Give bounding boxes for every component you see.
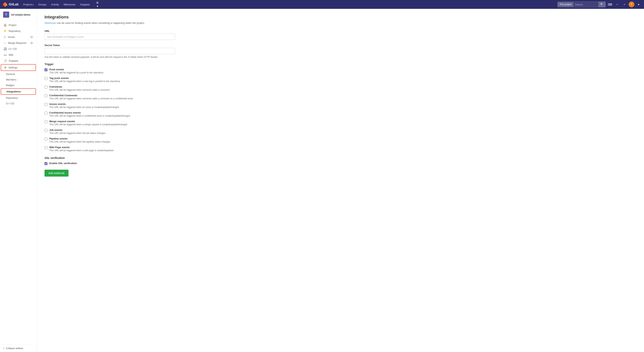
sidebar-sub-members-label: Members — [6, 78, 16, 81]
merge-request-events-checkbox[interactable] — [44, 120, 48, 123]
webhooks-link[interactable]: Webhooks — [44, 22, 56, 24]
sidebar-item-snippets[interactable]: 📝 Snippets — [0, 58, 37, 64]
issues-events-desc: This URL will be triggered when an issue… — [49, 106, 119, 109]
tag-push-events-content: Tag push events This URL will be trigger… — [49, 77, 120, 83]
sidebar-project-header[interactable]: T tsf-simple-demo — [0, 9, 37, 21]
merge-request-events-label: Merge request events — [49, 120, 127, 123]
sidebar-item-wiki[interactable]: 📖 Wiki — [0, 52, 37, 58]
secret-token-input[interactable] — [44, 48, 175, 54]
sidebar-item-issues-label: Issues — [8, 36, 15, 38]
sidebar-item-project[interactable]: 🏠 Project — [0, 22, 37, 28]
merge-requests-nav-icon: ↔ — [4, 42, 6, 44]
sidebar-sub-item-members[interactable]: Members — [0, 77, 37, 82]
sidebar-item-snippets-label: Snippets — [9, 59, 18, 62]
job-events-checkbox[interactable] — [44, 129, 48, 132]
nav-milestones[interactable]: Milestones — [62, 2, 77, 7]
pipeline-events-content: Pipeline events This URL will be trigger… — [49, 137, 110, 143]
confidential-issues-events-checkbox[interactable] — [44, 112, 48, 114]
job-events-desc: This URL will be triggered when the job … — [49, 132, 105, 134]
nav-snippets[interactable]: Snippets — [78, 2, 91, 7]
collapse-icon: « — [3, 347, 4, 350]
wiki-icon: 📖 — [4, 53, 7, 56]
sidebar-sub-repository-label: Repository — [6, 96, 18, 99]
push-events-label: Push events — [49, 68, 104, 71]
issues-button[interactable]: ✓ — [621, 1, 628, 8]
brand-logo[interactable]: GitLab — [2, 2, 18, 7]
issues-events-label: Issues events — [49, 103, 119, 105]
main-content: Integrations Webhooks can be used for bi… — [37, 9, 644, 352]
search-submit-button[interactable]: 🔍 — [598, 2, 606, 7]
merge-requests-badge: 0 — [30, 42, 34, 44]
confidential-comments-checkbox[interactable] — [44, 94, 48, 97]
new-item-button[interactable]: ⊕ ▾ — [94, 1, 100, 8]
page-desc-suffix: can be used for binding events when some… — [56, 22, 145, 24]
wiki-page-events-checkbox[interactable] — [44, 146, 48, 149]
trigger-tag-push-events: Tag push events This URL will be trigger… — [44, 77, 198, 83]
sidebar: T tsf-simple-demo 🏠 Project 📁 Repository… — [0, 9, 37, 352]
sidebar-sub-general-label: General — [6, 73, 15, 76]
trigger-title: Trigger — [44, 63, 198, 66]
merge-requests-button[interactable]: ↔ — [614, 1, 620, 8]
issues-events-checkbox[interactable] — [44, 103, 48, 106]
keyboard-shortcut-button[interactable]: ⌨ — [607, 1, 613, 8]
nav-plus-icon[interactable]: ⊕ ▾ — [94, 1, 100, 8]
sidebar-item-cicd[interactable]: 🔄 CI / CD — [0, 46, 37, 52]
confidential-comments-desc: This URL will be triggered when someone … — [49, 97, 133, 100]
pipeline-events-checkbox[interactable] — [44, 138, 48, 140]
tag-push-events-label: Tag push events — [49, 77, 120, 80]
sidebar-item-wiki-label: Wiki — [9, 53, 14, 56]
merge-request-events-content: Merge request events This URL will be tr… — [49, 120, 127, 126]
user-avatar-button[interactable]: T — [629, 2, 634, 7]
nav-activity[interactable]: Activity — [50, 2, 60, 7]
ssl-verification-item: Enable SSL verification — [44, 162, 198, 165]
webhook-form: URL Secret Token Use this token to valid… — [44, 30, 198, 177]
sidebar-sub-item-repository[interactable]: Repository — [0, 95, 37, 101]
secret-token-hint: Use this token to validate received payl… — [44, 55, 175, 59]
confidential-comments-label: Confidential Comments — [49, 94, 133, 97]
sidebar-sub-item-integrations[interactable]: Integrations — [1, 88, 36, 95]
sidebar-sub-item-cicd[interactable]: CI / CD — [0, 101, 37, 106]
collapse-label: Collapse sidebar — [6, 347, 23, 350]
wiki-page-events-content: Wiki Page events This URL will be trigge… — [49, 146, 114, 152]
repository-icon: 📁 — [4, 30, 7, 33]
add-webhook-button[interactable]: Add webhook — [44, 170, 68, 177]
sidebar-sub-badges-label: Badges — [6, 84, 14, 87]
pipeline-events-label: Pipeline events — [49, 137, 110, 140]
secret-token-label: Secret Token — [44, 44, 198, 47]
job-events-content: Job events This URL will be triggered wh… — [49, 128, 105, 134]
sidebar-item-merge-requests[interactable]: ↔ Merge Requests 0 — [0, 40, 37, 46]
url-input[interactable] — [44, 34, 175, 40]
sidebar-item-repository-label: Repository — [9, 30, 20, 33]
sidebar-sub-item-badges[interactable]: Badges — [0, 82, 37, 88]
sidebar-nav: 🏠 Project 📁 Repository ⚠ Issues 0 ↔ Merg… — [0, 21, 37, 344]
sidebar-item-issues[interactable]: ⚠ Issues 0 — [0, 34, 37, 40]
nav-projects[interactable]: Projects — [22, 2, 35, 7]
trigger-job-events: Job events This URL will be triggered wh… — [44, 128, 198, 134]
navbar: GitLab Projects Groups Activity Mileston… — [0, 0, 644, 9]
issues-icon: ⚠ — [4, 36, 6, 38]
page-description: Webhooks can be used for binding events … — [44, 21, 636, 25]
user-menu-arrow[interactable]: ▾ — [636, 1, 642, 8]
snippets-icon: 📝 — [4, 59, 7, 62]
nav-groups[interactable]: Groups — [37, 2, 48, 7]
cicd-icon: 🔄 — [4, 48, 7, 50]
sidebar-item-repository[interactable]: 📁 Repository — [0, 28, 37, 34]
collapse-sidebar-button[interactable]: « Collapse sidebar — [0, 344, 37, 352]
search-input[interactable] — [574, 2, 598, 7]
comments-checkbox[interactable] — [44, 86, 48, 89]
ssl-verification-checkbox[interactable] — [44, 162, 48, 165]
sidebar-item-settings[interactable]: ⚙ Settings — [1, 64, 36, 71]
trigger-confidential-comments: Confidential Comments This URL will be t… — [44, 94, 198, 100]
sidebar-sub-item-general[interactable]: General — [0, 71, 37, 77]
merge-request-events-desc: This URL will be triggered when a merge … — [49, 123, 127, 126]
sidebar-sub-cicd-label: CI / CD — [6, 102, 14, 105]
url-label: URL — [44, 30, 198, 33]
tag-push-events-checkbox[interactable] — [44, 77, 48, 80]
push-events-checkbox[interactable] — [44, 68, 48, 71]
page-title: Integrations — [44, 15, 636, 20]
this-project-button[interactable]: This project — [558, 2, 574, 7]
confidential-issues-events-content: Confidential Issues events This URL will… — [49, 111, 130, 117]
trigger-confidential-issues-events: Confidential Issues events This URL will… — [44, 111, 198, 117]
sidebar-item-project-label: Project — [9, 24, 16, 27]
comments-label: Comments — [49, 85, 110, 88]
